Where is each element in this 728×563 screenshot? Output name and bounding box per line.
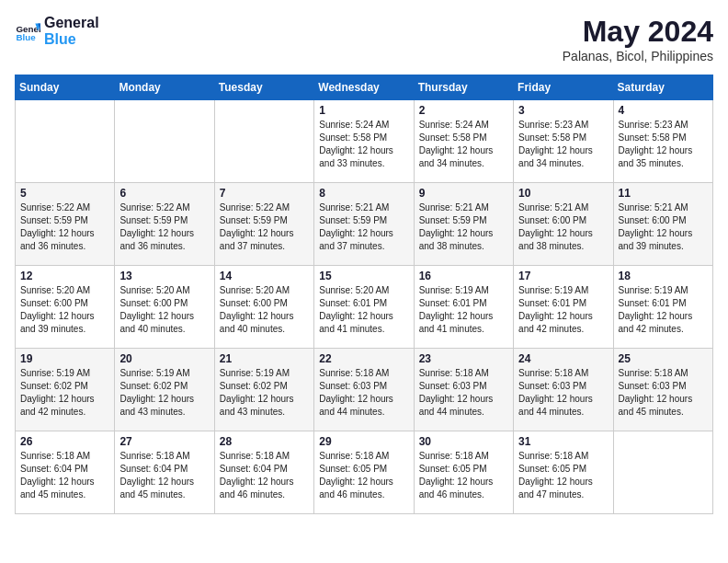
- day-number: 21: [220, 352, 309, 365]
- calendar-cell: 24Sunrise: 5:18 AM Sunset: 6:03 PM Dayli…: [514, 349, 613, 431]
- day-number: 1: [319, 104, 408, 117]
- day-number: 12: [20, 270, 109, 282]
- day-number: 14: [220, 270, 309, 282]
- day-number: 23: [419, 352, 508, 365]
- calendar-cell: 4Sunrise: 5:23 AM Sunset: 5:58 PM Daylig…: [613, 100, 712, 183]
- calendar-cell: 19Sunrise: 5:19 AM Sunset: 6:02 PM Dayli…: [16, 349, 115, 431]
- day-number: 20: [119, 352, 209, 365]
- calendar-cell: 8Sunrise: 5:21 AM Sunset: 5:59 PM Daylig…: [314, 183, 414, 266]
- day-number: 7: [220, 187, 309, 200]
- calendar-cell: 3Sunrise: 5:23 AM Sunset: 5:58 PM Daylig…: [514, 100, 613, 183]
- title-block: May 2024 Palanas, Bicol, Philippines: [563, 15, 713, 63]
- calendar-cell: 25Sunrise: 5:18 AM Sunset: 6:03 PM Dayli…: [613, 349, 712, 431]
- day-info: Sunrise: 5:21 AM Sunset: 5:59 PM Dayligh…: [319, 201, 408, 253]
- day-number: 28: [220, 435, 309, 448]
- day-info: Sunrise: 5:18 AM Sunset: 6:03 PM Dayligh…: [518, 367, 608, 419]
- calendar-cell: 27Sunrise: 5:18 AM Sunset: 6:04 PM Dayli…: [115, 431, 214, 514]
- day-number: 8: [319, 187, 408, 200]
- day-number: 15: [319, 270, 408, 282]
- day-number: 13: [119, 270, 209, 282]
- day-info: Sunrise: 5:18 AM Sunset: 6:03 PM Dayligh…: [619, 367, 708, 419]
- calendar-cell: 9Sunrise: 5:21 AM Sunset: 5:59 PM Daylig…: [414, 183, 513, 266]
- day-number: 5: [20, 187, 109, 200]
- calendar-week-row: 1Sunrise: 5:24 AM Sunset: 5:58 PM Daylig…: [16, 100, 713, 183]
- calendar-cell: 1Sunrise: 5:24 AM Sunset: 5:58 PM Daylig…: [314, 100, 414, 183]
- calendar-cell: 7Sunrise: 5:22 AM Sunset: 5:59 PM Daylig…: [214, 183, 313, 266]
- calendar-cell: 30Sunrise: 5:18 AM Sunset: 6:05 PM Dayli…: [414, 431, 513, 514]
- day-info: Sunrise: 5:19 AM Sunset: 6:01 PM Dayligh…: [419, 284, 508, 336]
- day-number: 16: [419, 270, 508, 282]
- day-info: Sunrise: 5:18 AM Sunset: 6:05 PM Dayligh…: [319, 450, 408, 501]
- calendar-week-row: 19Sunrise: 5:19 AM Sunset: 6:02 PM Dayli…: [16, 349, 713, 431]
- day-number: 11: [619, 187, 708, 200]
- calendar-cell: [214, 100, 313, 183]
- day-info: Sunrise: 5:19 AM Sunset: 6:02 PM Dayligh…: [119, 367, 209, 419]
- day-of-week-thursday: Thursday: [414, 75, 513, 100]
- calendar-cell: 14Sunrise: 5:20 AM Sunset: 6:00 PM Dayli…: [214, 266, 313, 349]
- day-number: 4: [619, 104, 708, 117]
- calendar-header-row: SundayMondayTuesdayWednesdayThursdayFrid…: [16, 75, 713, 100]
- day-number: 27: [119, 435, 209, 448]
- day-number: 17: [518, 270, 608, 282]
- day-info: Sunrise: 5:20 AM Sunset: 6:00 PM Dayligh…: [220, 284, 309, 336]
- calendar-cell: 16Sunrise: 5:19 AM Sunset: 6:01 PM Dayli…: [414, 266, 513, 349]
- day-number: 31: [518, 435, 608, 448]
- calendar-cell: 31Sunrise: 5:18 AM Sunset: 6:05 PM Dayli…: [514, 431, 613, 514]
- calendar-cell: 10Sunrise: 5:21 AM Sunset: 6:00 PM Dayli…: [514, 183, 613, 266]
- day-of-week-sunday: Sunday: [16, 75, 115, 100]
- page-header: General Blue General Blue May 2024 Palan…: [15, 15, 713, 63]
- day-info: Sunrise: 5:24 AM Sunset: 5:58 PM Dayligh…: [319, 119, 408, 170]
- month-title: May 2024: [563, 15, 713, 49]
- day-of-week-friday: Friday: [514, 75, 613, 100]
- calendar-cell: 29Sunrise: 5:18 AM Sunset: 6:05 PM Dayli…: [314, 431, 414, 514]
- logo-blue: Blue: [44, 31, 99, 48]
- day-info: Sunrise: 5:22 AM Sunset: 5:59 PM Dayligh…: [220, 201, 309, 253]
- day-of-week-saturday: Saturday: [613, 75, 712, 100]
- calendar-cell: 2Sunrise: 5:24 AM Sunset: 5:58 PM Daylig…: [414, 100, 513, 183]
- day-of-week-monday: Monday: [115, 75, 214, 100]
- day-of-week-wednesday: Wednesday: [314, 75, 414, 100]
- day-number: 9: [419, 187, 508, 200]
- day-number: 10: [518, 187, 608, 200]
- calendar-cell: 17Sunrise: 5:19 AM Sunset: 6:01 PM Dayli…: [514, 266, 613, 349]
- day-info: Sunrise: 5:20 AM Sunset: 6:00 PM Dayligh…: [20, 284, 109, 336]
- logo: General Blue General Blue: [15, 15, 99, 47]
- calendar-cell: 13Sunrise: 5:20 AM Sunset: 6:00 PM Dayli…: [115, 266, 214, 349]
- day-info: Sunrise: 5:18 AM Sunset: 6:03 PM Dayligh…: [319, 367, 408, 419]
- day-info: Sunrise: 5:23 AM Sunset: 5:58 PM Dayligh…: [518, 119, 608, 170]
- day-info: Sunrise: 5:18 AM Sunset: 6:03 PM Dayligh…: [419, 367, 508, 419]
- day-info: Sunrise: 5:18 AM Sunset: 6:05 PM Dayligh…: [419, 450, 508, 501]
- calendar-cell: 11Sunrise: 5:21 AM Sunset: 6:00 PM Dayli…: [613, 183, 712, 266]
- day-number: 22: [319, 352, 408, 365]
- day-info: Sunrise: 5:22 AM Sunset: 5:59 PM Dayligh…: [119, 201, 209, 253]
- calendar-cell: 12Sunrise: 5:20 AM Sunset: 6:00 PM Dayli…: [16, 266, 115, 349]
- day-info: Sunrise: 5:21 AM Sunset: 6:00 PM Dayligh…: [619, 201, 708, 253]
- calendar-cell: 26Sunrise: 5:18 AM Sunset: 6:04 PM Dayli…: [16, 431, 115, 514]
- day-number: 3: [518, 104, 608, 117]
- day-number: 29: [319, 435, 408, 448]
- calendar-cell: 6Sunrise: 5:22 AM Sunset: 5:59 PM Daylig…: [115, 183, 214, 266]
- logo-icon: General Blue: [15, 18, 40, 44]
- calendar-cell: 18Sunrise: 5:19 AM Sunset: 6:01 PM Dayli…: [613, 266, 712, 349]
- day-of-week-tuesday: Tuesday: [214, 75, 313, 100]
- calendar-cell: 28Sunrise: 5:18 AM Sunset: 6:04 PM Dayli…: [214, 431, 313, 514]
- day-number: 30: [419, 435, 508, 448]
- day-info: Sunrise: 5:19 AM Sunset: 6:01 PM Dayligh…: [619, 284, 708, 336]
- day-info: Sunrise: 5:18 AM Sunset: 6:05 PM Dayligh…: [518, 450, 608, 501]
- day-info: Sunrise: 5:18 AM Sunset: 6:04 PM Dayligh…: [20, 450, 109, 501]
- calendar-week-row: 5Sunrise: 5:22 AM Sunset: 5:59 PM Daylig…: [16, 183, 713, 266]
- day-info: Sunrise: 5:20 AM Sunset: 6:00 PM Dayligh…: [119, 284, 209, 336]
- day-info: Sunrise: 5:21 AM Sunset: 5:59 PM Dayligh…: [419, 201, 508, 253]
- logo-general: General: [44, 15, 99, 31]
- calendar-week-row: 12Sunrise: 5:20 AM Sunset: 6:00 PM Dayli…: [16, 266, 713, 349]
- day-number: 6: [119, 187, 209, 200]
- day-info: Sunrise: 5:21 AM Sunset: 6:00 PM Dayligh…: [518, 201, 608, 253]
- calendar-cell: 23Sunrise: 5:18 AM Sunset: 6:03 PM Dayli…: [414, 349, 513, 431]
- calendar-week-row: 26Sunrise: 5:18 AM Sunset: 6:04 PM Dayli…: [16, 431, 713, 514]
- calendar-cell: 15Sunrise: 5:20 AM Sunset: 6:01 PM Dayli…: [314, 266, 414, 349]
- day-number: 18: [619, 270, 708, 282]
- day-number: 24: [518, 352, 608, 365]
- day-info: Sunrise: 5:18 AM Sunset: 6:04 PM Dayligh…: [119, 450, 209, 501]
- day-info: Sunrise: 5:18 AM Sunset: 6:04 PM Dayligh…: [220, 450, 309, 501]
- calendar-cell: [115, 100, 214, 183]
